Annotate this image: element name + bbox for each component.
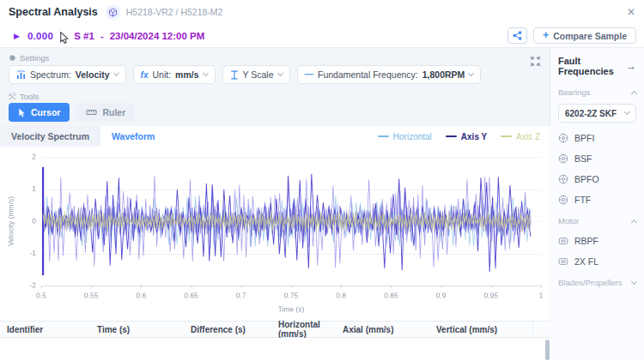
close-icon[interactable]: ✕ <box>627 7 635 17</box>
column-header[interactable]: Vertical (mm/s) <box>429 325 532 334</box>
motor-icon <box>558 256 568 267</box>
legend-dash-icon <box>378 135 389 137</box>
spectrum-chart-icon <box>16 70 26 80</box>
column-header[interactable]: Time (s) <box>90 325 184 334</box>
page-title: Spectral Analysis <box>9 6 98 18</box>
chevron-down-icon <box>624 109 630 115</box>
machine-cube-icon <box>106 5 120 20</box>
mouse-pointer-icon <box>59 32 70 47</box>
tools-row: Cursor Ruler <box>9 103 135 122</box>
legend-item-axis-y[interactable]: Axis Y <box>446 132 487 141</box>
fault-frequencies-panel: Fault Frequencies → Bearings 6202-2Z SKF… <box>550 48 644 361</box>
bearing-icon <box>558 195 568 205</box>
column-header[interactable]: Difference (s) <box>184 325 271 334</box>
legend-item-axis-z[interactable]: Axis Z <box>501 132 540 141</box>
chart-card: Velocity Spectrum Waveform Horizontal Ax… <box>0 126 550 321</box>
main-panel: Settings Spectrum: Velocity fx Unit: mm/… <box>0 48 550 361</box>
cursor-icon <box>18 108 26 117</box>
gear-icon <box>9 54 16 62</box>
fault-frequencies-header: Fault Frequencies → <box>558 56 636 76</box>
legend-item-horizontal[interactable]: Horizontal <box>378 132 432 141</box>
cursor-tool-button[interactable]: Cursor <box>9 103 70 122</box>
fault-item-bpfi[interactable]: BPFI <box>558 133 636 143</box>
unit-dropdown[interactable]: fx Unit: mm/s <box>133 65 216 84</box>
sample-info: S #1 - 23/04/2024 12:00 PM <box>74 31 204 41</box>
bearing-model-select[interactable]: 6202-2Z SKF <box>558 104 636 123</box>
fault-item-rbpf[interactable]: RBPF <box>558 236 636 246</box>
y-scale-icon <box>230 70 239 80</box>
chevron-up-icon <box>631 219 637 225</box>
column-filler <box>532 322 550 337</box>
chevron-down-icon <box>468 70 474 76</box>
chart-tabs-row: Velocity Spectrum Waveform Horizontal Ax… <box>0 126 550 147</box>
table-scrollbar[interactable] <box>545 340 550 360</box>
title-bar: Spectral Analysis H5218-VR2 / H5218-M2 ✕ <box>0 0 644 24</box>
waveform-canvas[interactable] <box>0 148 550 318</box>
play-icon[interactable]: ▶ <box>14 32 20 40</box>
fault-item-ftf[interactable]: FTF <box>558 195 636 205</box>
ruler-icon <box>86 108 97 117</box>
chevron-down-icon <box>113 70 119 76</box>
motor-icon <box>558 236 568 246</box>
chevron-down-icon <box>202 70 208 76</box>
ruler-tool-button[interactable]: Ruler <box>76 103 135 122</box>
sample-datetime: 23/04/2024 12:00 PM <box>110 31 205 41</box>
section-bearings[interactable]: Bearings <box>558 87 636 97</box>
results-table-header: Identifier Time (s) Difference (s) Horiz… <box>0 321 550 338</box>
section-blades-propellers[interactable]: Blades/Propellers <box>558 278 636 287</box>
tools-icon <box>9 93 16 100</box>
chevron-down-icon <box>276 70 283 76</box>
bearing-icon <box>558 153 568 164</box>
bearing-icon <box>558 174 568 184</box>
settings-section-label: Settings <box>9 53 49 63</box>
settings-dropdown-row: Spectrum: Velocity fx Unit: mm/s Y Scale… <box>9 65 481 84</box>
legend-dash-icon <box>501 135 512 137</box>
fundamental-dash-icon: — <box>305 69 314 79</box>
fullscreen-expand-icon[interactable] <box>530 55 541 70</box>
chart-legend: Horizontal Axis Y Axis Z <box>378 126 550 147</box>
spectrum-dropdown[interactable]: Spectrum: Velocity <box>9 65 126 84</box>
tools-section-label: Tools <box>9 92 39 101</box>
tab-velocity-spectrum[interactable]: Velocity Spectrum <box>0 126 100 147</box>
fault-item-bsf[interactable]: BSF <box>558 153 636 164</box>
fx-icon: fx <box>141 70 149 80</box>
results-table-body <box>0 338 550 361</box>
compare-sample-label: Compare Sample <box>553 31 627 41</box>
column-header[interactable]: Axial (mm/s) <box>336 325 429 334</box>
chevron-down-icon <box>631 278 637 284</box>
fault-item-2x-fl[interactable]: 2X FL <box>558 256 636 267</box>
plus-icon: + <box>543 30 549 41</box>
share-button[interactable] <box>507 27 527 44</box>
playback-value: 0.000 <box>27 31 53 41</box>
chevron-up-icon <box>631 90 637 96</box>
machine-id: H5218-VR2 / H5218-M2 <box>126 7 223 17</box>
column-header[interactable]: Identifier <box>0 325 90 334</box>
fundamental-frequency-dropdown[interactable]: — Fundamental Frequency: 1,800RPM <box>297 65 482 84</box>
share-icon <box>513 31 522 40</box>
section-motor[interactable]: Motor <box>558 216 636 226</box>
sample-id: S #1 <box>74 31 94 41</box>
compare-sample-button[interactable]: + Compare Sample <box>533 27 636 44</box>
sample-separator: - <box>100 31 104 41</box>
collapse-panel-arrow-icon[interactable]: → <box>626 60 636 72</box>
tab-waveform[interactable]: Waveform <box>100 126 166 147</box>
playback-toolbar: ▶ 0.000 S #1 - 23/04/2024 12:00 PM + Com… <box>0 24 644 48</box>
y-scale-dropdown[interactable]: Y Scale <box>222 65 290 84</box>
fault-item-bpfo[interactable]: BPFO <box>558 174 636 184</box>
column-header[interactable]: Horizontal (mm/s) <box>271 320 336 339</box>
bearing-icon <box>558 133 568 143</box>
legend-dash-icon <box>446 135 457 137</box>
